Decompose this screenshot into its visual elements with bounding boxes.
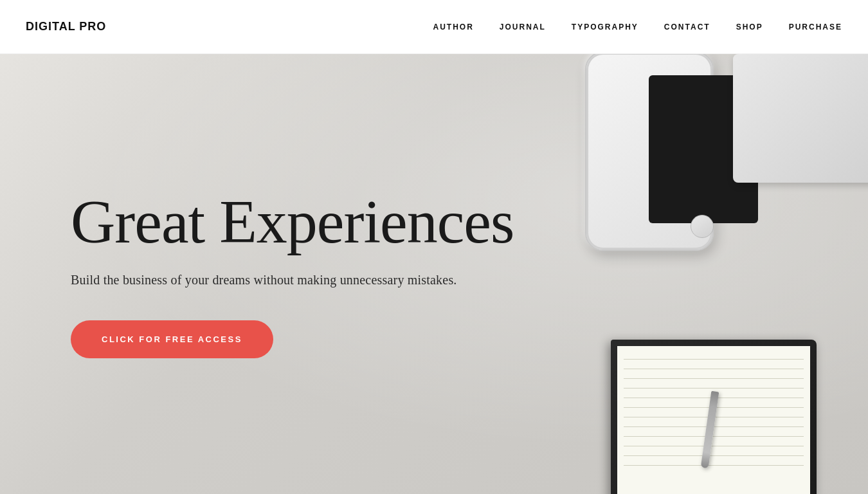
laptop-illustration	[727, 54, 868, 247]
nav-item-journal[interactable]: JOURNAL	[500, 23, 546, 32]
phone-home-button	[691, 215, 714, 238]
site-logo[interactable]: DIGITAL PRO	[26, 20, 106, 33]
cta-button[interactable]: CLICK FOR FREE ACCESS	[71, 320, 273, 358]
hero-subtitle: Build the business of your dreams withou…	[71, 270, 598, 289]
nav-item-purchase[interactable]: PURCHASE	[789, 23, 842, 32]
nav-item-author[interactable]: AUTHOR	[433, 23, 474, 32]
site-header: DIGITAL PRO AUTHOR JOURNAL TYPOGRAPHY CO…	[0, 0, 868, 54]
notebook-illustration	[592, 327, 817, 494]
nav-item-contact[interactable]: CONTACT	[664, 23, 710, 32]
main-nav: AUTHOR JOURNAL TYPOGRAPHY CONTACT SHOP P…	[433, 23, 843, 32]
phone-body	[585, 51, 714, 251]
hero-content: Great Experiences Build the business of …	[71, 190, 598, 358]
hero-title: Great Experiences	[71, 190, 598, 255]
hero-section: Great Experiences Build the business of …	[0, 0, 868, 494]
nav-item-typography[interactable]: TYPOGRAPHY	[572, 23, 638, 32]
nav-item-shop[interactable]: SHOP	[736, 23, 763, 32]
laptop-body	[733, 54, 868, 183]
